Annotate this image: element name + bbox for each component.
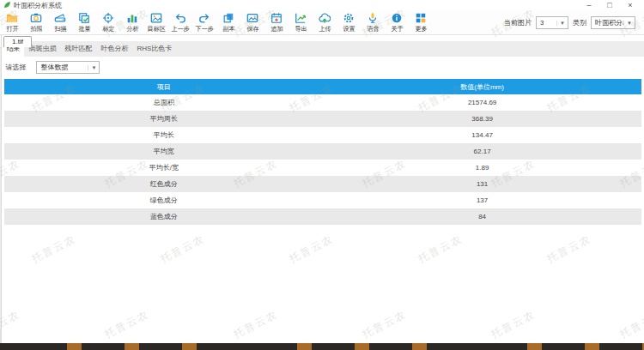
row-value: 368.39 — [323, 111, 641, 127]
row-value: 84 — [323, 208, 641, 225]
results-panel: 结果 病斑虫损 残叶匹配 叶色分析 RHS比色卡 请选择 整体数据 ▼ 项目 数… — [2, 35, 644, 343]
toolbar-label: 语音 — [367, 25, 379, 33]
toolbar-button-analyze[interactable]: 分析 — [120, 12, 144, 33]
cloud-upload-icon — [319, 12, 331, 24]
toolbar-label: 批量 — [78, 25, 90, 33]
main-toolbar: 打开 拍照 扫描 批量 标定 分析 目标区 上一步 下一步 副本 保存 追加 导… — [0, 11, 644, 35]
main-area: 1.tif ▼ — [0, 35, 644, 343]
tab-rhs-color-card[interactable]: RHS比色卡 — [132, 41, 176, 57]
toolbar-label: 保存 — [246, 25, 258, 33]
toolbar-label: 追加 — [270, 25, 283, 33]
results-tab-strip: 结果 病斑虫损 残叶匹配 叶色分析 RHS比色卡 — [2, 41, 644, 57]
export-chart-icon — [295, 12, 307, 24]
current-image-select[interactable]: 3 ▼ — [536, 16, 568, 29]
toolbar-button-about[interactable]: 关于 — [385, 12, 409, 33]
more-grid-icon — [415, 12, 427, 24]
tab-broken-leaf-match[interactable]: 残叶匹配 — [60, 41, 96, 57]
toolbar-button-batch[interactable]: 批量 — [72, 12, 96, 33]
calibrate-target-icon — [102, 12, 114, 24]
table-row[interactable]: 绿色成分137 — [4, 192, 641, 208]
table-row[interactable]: 平均长/宽1.89 — [4, 160, 641, 176]
row-value: 21574.69 — [323, 94, 641, 111]
table-row[interactable]: 蓝色成分84 — [4, 208, 641, 225]
toolbar-button-voice[interactable]: 语音 — [361, 12, 385, 33]
row-label: 红色成分 — [4, 176, 323, 192]
data-selector-row: 请选择 整体数据 ▼ — [2, 57, 644, 77]
row-value: 134.47 — [323, 127, 641, 143]
chevron-down-icon: ▼ — [88, 65, 99, 70]
panel-empty-space — [2, 225, 644, 343]
toolbar-label: 标定 — [102, 25, 114, 33]
toolbar-button-photo[interactable]: 拍照 — [24, 12, 48, 33]
about-info-icon — [391, 12, 403, 24]
toolbar-label: 目标区 — [147, 25, 165, 33]
row-label: 总面积 — [4, 94, 323, 111]
title-bar: 叶面积分析系统 – □ × — [0, 0, 644, 11]
chevron-down-icon: ▼ — [556, 21, 568, 26]
toolbar-button-next[interactable]: 下一步 — [192, 12, 216, 33]
settings-gear-icon — [343, 12, 355, 24]
tab-leaf-color[interactable]: 叶色分析 — [96, 41, 132, 57]
row-label: 平均长/宽 — [4, 160, 323, 176]
column-header-item: 项目 — [4, 79, 323, 94]
scanner-icon — [54, 12, 66, 24]
toolbar-label: 扫描 — [54, 25, 66, 33]
voice-mic-icon — [367, 12, 379, 24]
data-scope-select[interactable]: 整体数据 ▼ — [36, 61, 100, 74]
open-folder-icon — [6, 12, 18, 24]
table-row[interactable]: 平均周长368.39 — [4, 111, 641, 127]
toolbar-button-open[interactable]: 打开 — [0, 12, 24, 33]
row-value: 137 — [323, 192, 641, 208]
undo-arrow-icon — [174, 12, 186, 24]
table-row[interactable]: 平均宽62.17 — [4, 143, 641, 160]
table-row[interactable]: 平均长134.47 — [4, 127, 641, 143]
document-tab[interactable]: 1.tif — [3, 36, 32, 47]
target-area-icon — [150, 12, 162, 24]
category-select[interactable]: 叶面积分析 ▼ — [591, 16, 635, 29]
maximize-button[interactable]: □ — [599, 1, 620, 11]
results-table: 项目 数值(单位mm) 总面积21574.69平均周长368.39平均长134.… — [4, 79, 641, 225]
batch-images-icon — [78, 12, 90, 24]
toolbar-label: 上传 — [319, 25, 331, 33]
app-window: 叶面积分析系统 – □ × 打开 拍照 扫描 批量 标定 分析 目标区 上一步 … — [0, 0, 644, 350]
redo-arrow-icon — [198, 12, 210, 24]
row-label: 蓝色成分 — [4, 208, 323, 225]
chevron-down-icon: ▼ — [623, 21, 635, 26]
toolbar-label: 打开 — [6, 25, 18, 33]
column-header-value: 数值(单位mm) — [323, 79, 641, 94]
table-row[interactable]: 总面积21574.69 — [4, 94, 641, 111]
toolbar-button-scan[interactable]: 扫描 — [48, 12, 72, 33]
app-leaf-icon — [3, 1, 11, 10]
toolbar-button-append[interactable]: 追加 — [264, 12, 289, 33]
row-value: 1.89 — [323, 160, 641, 176]
toolbar-button-duplicate[interactable]: 副本 — [216, 12, 240, 33]
toolbar-label: 副本 — [222, 25, 234, 33]
toolbar-label: 设置 — [343, 25, 355, 33]
minimize-button[interactable]: – — [579, 1, 599, 11]
analyze-chart-icon — [126, 12, 138, 24]
category-label: 类别 — [573, 18, 586, 27]
row-value: 62.17 — [323, 143, 641, 160]
row-value: 131 — [323, 176, 641, 192]
row-label: 绿色成分 — [4, 192, 323, 208]
toolbar-button-save[interactable]: 保存 — [240, 12, 264, 33]
close-button[interactable]: × — [620, 1, 641, 11]
toolbar-button-calibrate[interactable]: 标定 — [96, 12, 120, 33]
toolbar-button-previous[interactable]: 上一步 — [168, 12, 192, 33]
toolbar-label: 下一步 — [195, 25, 213, 33]
toolbar-button-settings[interactable]: 设置 — [337, 12, 361, 33]
desktop-taskbar-strip — [0, 343, 644, 350]
table-row[interactable]: 红色成分131 — [4, 176, 641, 192]
toolbar-button-target-area[interactable]: 目标区 — [144, 12, 168, 33]
row-label: 平均周长 — [4, 111, 323, 127]
toolbar-button-export[interactable]: 导出 — [289, 12, 313, 33]
toolbar-label: 上一步 — [171, 25, 189, 33]
save-image-icon — [246, 12, 258, 24]
window-title: 叶面积分析系统 — [14, 1, 62, 10]
toolbar-button-more[interactable]: 更多 — [409, 12, 433, 33]
camera-icon — [30, 12, 42, 24]
selector-label: 请选择 — [5, 63, 26, 72]
current-image-label: 当前图片 — [504, 18, 532, 27]
toolbar-label: 关于 — [391, 25, 403, 33]
toolbar-button-upload[interactable]: 上传 — [313, 12, 337, 33]
